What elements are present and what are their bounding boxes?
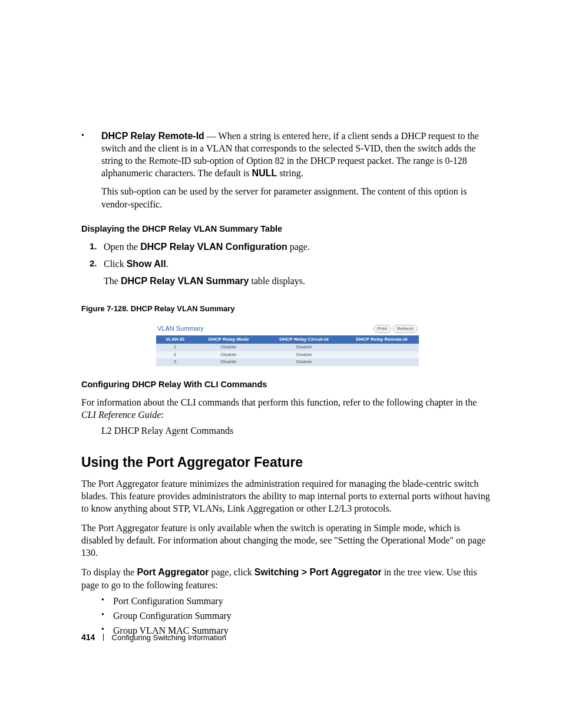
pa3-bold1: Port Aggregator: [137, 567, 209, 577]
col-circuit-id: DHCP Relay Circuit-Id: [263, 335, 345, 344]
step1-pre: Open the: [104, 242, 140, 252]
step-1: 1. Open the DHCP Relay VLAN Configuratio…: [90, 241, 491, 253]
cli-paragraph: For information about the CLI commands t…: [81, 396, 491, 421]
cell: [345, 351, 419, 359]
refresh-button[interactable]: Refresh: [393, 325, 418, 333]
cli-post: :: [161, 410, 163, 420]
heading-displaying-summary: Displaying the DHCP Relay VLAN Summary T…: [81, 223, 491, 235]
chapter-name: Configuring Switching Information: [112, 633, 226, 642]
table-row: 1 Disable Disable: [156, 344, 419, 351]
step-number: 2.: [90, 258, 104, 270]
step2-pre: Click: [104, 259, 127, 269]
table-row: 2 Disable Disable: [156, 351, 419, 359]
cli-book-title: CLI Reference Guide: [81, 410, 161, 420]
cell: Disable: [263, 351, 345, 359]
figure-title: VLAN Summary: [157, 324, 204, 333]
table-row: 3 Disable Disable: [156, 358, 419, 366]
bullet-tail: string.: [277, 168, 303, 178]
step2-result: The DHCP Relay VLAN Summary table displa…: [104, 275, 491, 287]
cell: Disable: [263, 344, 345, 351]
col-vlan-id: VLAN ID: [156, 335, 194, 344]
figure-caption: Figure 7-128. DHCP Relay VLAN Summary: [81, 304, 491, 314]
bullet-dash: —: [204, 131, 219, 141]
vlan-summary-figure: VLAN Summary Print Refresh VLAN ID DHCP …: [153, 322, 420, 366]
cell: [345, 358, 419, 366]
cell: Disable: [194, 358, 263, 366]
dhcp-relay-remote-id-bullet: • DHCP Relay Remote-Id — When a string i…: [81, 130, 491, 179]
cell: Disable: [263, 358, 345, 366]
step-content: Open the DHCP Relay VLAN Configuration p…: [104, 241, 491, 253]
pa-paragraph-3: To display the Port Aggregator page, cli…: [81, 566, 491, 591]
heading-port-aggregator: Using the Port Aggregator Feature: [81, 453, 491, 471]
cell: 2: [156, 351, 194, 359]
cli-pre: For information about the CLI commands t…: [81, 397, 477, 407]
step2-after-pre: The: [104, 276, 121, 286]
pa3-mid: page, click: [209, 567, 254, 577]
cell: Disable: [194, 344, 263, 351]
pa3-pre: To display the: [81, 567, 137, 577]
step1-bold: DHCP Relay VLAN Configuration: [140, 242, 287, 252]
bullet-label: DHCP Relay Remote-Id: [101, 131, 204, 141]
bullet-content: DHCP Relay Remote-Id — When a string is …: [101, 130, 491, 179]
step2-bold: Show All: [127, 259, 166, 269]
cell: [345, 344, 419, 351]
list-item: Group Configuration Summary: [101, 610, 491, 622]
cell: 3: [156, 358, 194, 366]
pa-paragraph-2: The Port Aggregator feature is only avai…: [81, 522, 491, 559]
step2-after-post: table displays.: [249, 276, 305, 286]
col-remote-id: DHCP Relay Remote-Id: [345, 335, 419, 344]
cell: 1: [156, 344, 194, 351]
bullet-dot: •: [81, 130, 101, 179]
cell: Disable: [194, 351, 263, 359]
cli-chapter-ref: L2 DHCP Relay Agent Commands: [101, 424, 491, 437]
pa-paragraph-1: The Port Aggregator feature minimizes th…: [81, 477, 491, 515]
pa3-bold2: Switching > Port Aggregator: [254, 567, 382, 577]
list-item: Port Configuration Summary: [101, 595, 491, 607]
page-number: 414: [81, 633, 95, 642]
step2-after-bold: DHCP Relay VLAN Summary: [121, 276, 249, 286]
vlan-summary-table: VLAN ID DHCP Relay Mode DHCP Relay Circu…: [156, 335, 419, 366]
step-2: 2. Click Show All.: [90, 258, 491, 270]
bullet-sub-paragraph: This sub-option can be used by the serve…: [101, 185, 491, 210]
heading-cli: Configuring DHCP Relay With CLI Commands: [81, 379, 491, 390]
col-relay-mode: DHCP Relay Mode: [194, 335, 263, 344]
bullet-bold-tail: NULL: [252, 168, 277, 178]
print-button[interactable]: Print: [373, 325, 391, 333]
step-number: 1.: [90, 241, 104, 253]
footer-separator: [103, 634, 104, 641]
step2-post: .: [166, 259, 168, 269]
step1-post: page.: [287, 242, 310, 252]
step-content: Click Show All.: [104, 258, 491, 270]
page-footer: 414 Configuring Switching Information: [81, 632, 226, 643]
